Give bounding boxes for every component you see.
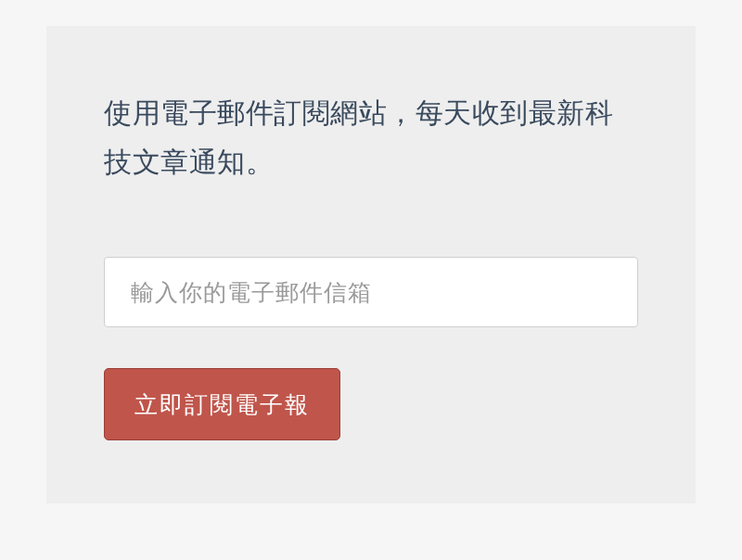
subscription-description: 使用電子郵件訂閱網站，每天收到最新科技文章通知。: [104, 89, 638, 186]
subscribe-button[interactable]: 立即訂閱電子報: [104, 368, 340, 440]
email-input[interactable]: [104, 257, 638, 327]
subscription-card: 使用電子郵件訂閱網站，每天收到最新科技文章通知。 立即訂閱電子報: [46, 26, 696, 503]
